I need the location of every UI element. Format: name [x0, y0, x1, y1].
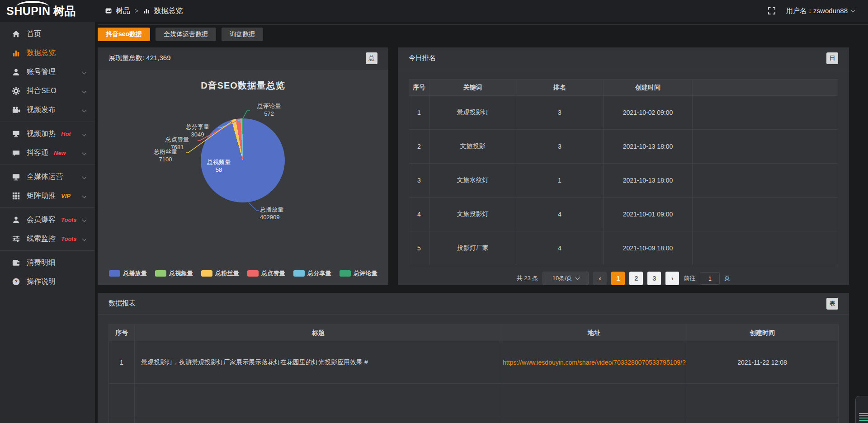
chevron-down-icon: [82, 132, 87, 136]
legend-item[interactable]: 总评论量: [340, 269, 377, 277]
sidebar-item-expense[interactable]: 消费明细: [0, 253, 95, 272]
chevron-down-icon: [82, 174, 87, 179]
home-icon: [12, 30, 20, 38]
page-button-1[interactable]: 1: [611, 272, 625, 285]
gear-icon: [12, 87, 20, 95]
ranking-cell-filler: [693, 96, 838, 130]
logo: SHUPIN 树品: [0, 0, 95, 22]
table-row: 2文旅投影32021-10-13 18:00: [409, 130, 838, 164]
page-size-select[interactable]: 10条/页: [542, 272, 589, 285]
sidebar-divider: [0, 250, 95, 251]
overview-panel-header: 展现量总数: 421,369 总: [98, 47, 388, 69]
breadcrumb-root[interactable]: 树品: [116, 6, 130, 16]
status-badge: Hot: [61, 131, 71, 137]
sidebar-item-label: 会员爆客: [27, 215, 56, 225]
chevron-down-icon: [851, 8, 855, 13]
prev-page-button[interactable]: ‹: [593, 272, 607, 285]
ranking-panel: 今日排名 日 序号 关键词 排名 创建时间 1景观投影灯32021-10-02: [398, 47, 849, 285]
legend-label: 总视频量: [170, 269, 193, 277]
legend-item[interactable]: 总粉丝量: [201, 269, 239, 277]
ranking-cell-keyword: 景观投影灯: [429, 96, 516, 130]
table-row: 3文旅水纹灯12021-10-13 18:00: [409, 164, 838, 197]
tab-inquiry-data[interactable]: 询盘数据: [222, 28, 263, 41]
ranking-cell-created: 2021-10-02 09:00: [604, 96, 693, 130]
goto-suffix: 页: [724, 274, 730, 282]
sidebar-item-member-burst[interactable]: 会员爆客Tools: [0, 210, 95, 229]
total-toggle-button[interactable]: 总: [366, 52, 377, 64]
floating-helper-widget[interactable]: [855, 396, 868, 423]
ranking-cell-filler: [693, 130, 838, 164]
breadcrumb-separator: >: [135, 7, 138, 14]
table-row: 5投影灯厂家42021-10-09 18:00: [409, 231, 838, 265]
pie-chart-area: D音SEO数据量总览 总评论量572 总分享量3049 总点赞量7681 总粉丝…: [98, 70, 388, 285]
sidebar-item-clue-monitor[interactable]: 线索监控Tools: [0, 229, 95, 248]
report-cell-created: 2021-11-22 12:08: [686, 341, 839, 384]
page-button-2[interactable]: 2: [629, 272, 643, 285]
report-link[interactable]: https://www.iesdouyin.com/share/video/70…: [502, 341, 686, 384]
sidebar-item-douketong[interactable]: 抖客通New: [0, 143, 95, 162]
topbar-right: 用户名：zswodun88: [767, 6, 868, 15]
table-toggle-button[interactable]: 表: [826, 298, 838, 310]
breadcrumb-current[interactable]: 数据总览: [154, 6, 183, 16]
sidebar-item-video-heat[interactable]: 视频加热Hot: [0, 124, 95, 143]
sidebar-item-help[interactable]: ?操作说明: [0, 272, 95, 291]
ranking-cell-rank: 4: [516, 197, 604, 231]
report-panel: 数据报表 表 序号 标题 地址 创建时间 1: [98, 293, 849, 423]
pagination-total: 共 23 条: [517, 274, 538, 282]
shupin-icon: [105, 7, 112, 14]
pagination: 共 23 条 10条/页 ‹ 123 › 前往 页: [409, 272, 838, 285]
ranking-panel-header: 今日排名 日: [398, 47, 849, 69]
chevron-down-icon: [82, 150, 87, 155]
fullscreen-icon[interactable]: [767, 6, 776, 15]
sidebar-item-label: 视频发布: [27, 105, 56, 115]
sidebar-item-account[interactable]: 账号管理: [0, 62, 95, 81]
ranking-cell-rank: 3: [516, 130, 604, 164]
goto-page-input[interactable]: [700, 272, 720, 285]
col-rank: 排名: [516, 80, 604, 96]
next-page-button[interactable]: ›: [665, 272, 679, 285]
legend-item[interactable]: 总点赞量: [247, 269, 285, 277]
status-badge: Tools: [61, 235, 76, 242]
legend-item[interactable]: 总分享量: [293, 269, 331, 277]
legend-item[interactable]: 总视频量: [155, 269, 193, 277]
overview-panel: 展现量总数: 421,369 总 D音SEO数据量总览 总评论量572 总分享量…: [98, 47, 388, 285]
data-tabs: 抖音seo数据全媒体运营数据询盘数据: [98, 28, 263, 41]
sidebar-divider: [0, 207, 95, 208]
legend-item[interactable]: 总播放量: [109, 269, 147, 277]
ranking-cell-filler: [693, 197, 838, 231]
chevron-down-icon: [82, 89, 87, 93]
sidebar-item-video-publish[interactable]: 视频发布: [0, 100, 95, 119]
sidebar-divider: [0, 122, 95, 122]
sidebar-item-douyin-seo[interactable]: 抖音SEO: [0, 81, 95, 100]
chat-icon: [12, 149, 20, 157]
col-filler: [693, 80, 838, 96]
report-panel-header: 数据报表 表: [98, 293, 849, 315]
ranking-cell-keyword: 投影灯厂家: [429, 231, 516, 265]
pie-label-videos: 总视频量58: [201, 158, 237, 174]
sidebar-item-label: 账号管理: [27, 67, 56, 77]
breadcrumb: 树品 > 数据总览: [105, 6, 183, 16]
user-menu[interactable]: 用户名：zswodun88: [786, 7, 854, 15]
main-content: 抖音seo数据全媒体运营数据询盘数据 展现量总数: 421,369 总 D音SE…: [95, 22, 868, 423]
sidebar-item-matrix-boost[interactable]: 矩阵助推VIP: [0, 186, 95, 205]
legend-label: 总粉丝量: [216, 269, 239, 277]
table-row: 4文旅投影灯42021-10-01 09:00: [409, 197, 838, 231]
sidebar-item-home[interactable]: 首页: [0, 24, 95, 43]
sidebar-item-label: 线索监控: [27, 234, 56, 244]
ranking-cell-filler: [693, 231, 838, 265]
col-no: 序号: [409, 80, 429, 96]
page-button-3[interactable]: 3: [647, 272, 661, 285]
user-icon: [12, 68, 20, 76]
sidebar-item-media-ops[interactable]: 全媒体运营: [0, 167, 95, 186]
col-title: 标题: [135, 325, 502, 341]
sidebar-item-label: 视频加热: [27, 129, 56, 139]
sidebar-item-label: 抖客通: [27, 148, 48, 158]
tab-douyin-seo-data[interactable]: 抖音seo数据: [98, 28, 150, 41]
sidebar-item-overview[interactable]: 数据总览: [0, 43, 95, 62]
ranking-cell-rank: 3: [516, 96, 604, 130]
table-row: [109, 417, 839, 423]
ranking-title: 今日排名: [409, 54, 436, 62]
chevron-down-icon: [82, 70, 87, 74]
day-toggle-button[interactable]: 日: [826, 52, 838, 64]
tab-media-ops-data[interactable]: 全媒体运营数据: [156, 28, 216, 41]
